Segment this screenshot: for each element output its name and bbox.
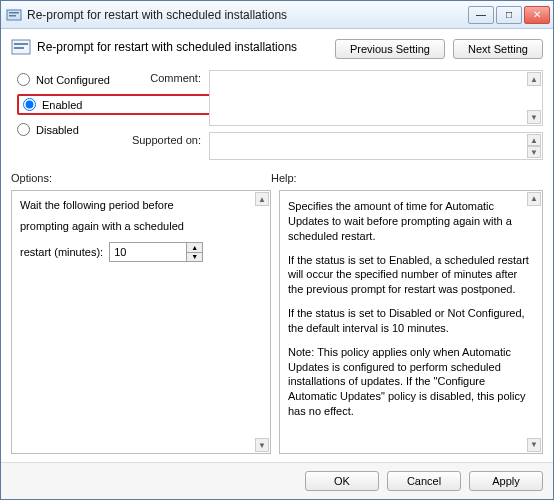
content-area: Re-prompt for restart with scheduled ins… bbox=[1, 29, 553, 462]
supported-row: Supported on: ▲ ▼ bbox=[121, 132, 543, 160]
scroll-down-icon[interactable]: ▼ bbox=[527, 438, 541, 452]
maximize-button[interactable]: □ bbox=[496, 6, 522, 24]
radio-not-configured-label: Not Configured bbox=[36, 74, 110, 86]
options-label: Options: bbox=[11, 172, 271, 184]
svg-rect-5 bbox=[14, 47, 24, 49]
scroll-down-icon[interactable]: ▼ bbox=[527, 146, 541, 158]
section-labels: Options: Help: bbox=[11, 172, 543, 184]
spin-up-button[interactable]: ▲ bbox=[187, 243, 202, 253]
scroll-up-icon[interactable]: ▲ bbox=[527, 192, 541, 206]
restart-minutes-input[interactable] bbox=[110, 243, 186, 261]
supported-label: Supported on: bbox=[121, 132, 201, 160]
help-paragraph: If the status is set to Enabled, a sched… bbox=[288, 253, 534, 298]
cancel-button[interactable]: Cancel bbox=[387, 471, 461, 491]
spin-down-button[interactable]: ▼ bbox=[187, 253, 202, 262]
radio-not-configured-input[interactable] bbox=[17, 73, 30, 86]
options-scrollbar[interactable]: ▲ ▼ bbox=[255, 192, 269, 452]
radio-disabled-input[interactable] bbox=[17, 123, 30, 136]
radio-enabled-label: Enabled bbox=[42, 99, 82, 111]
restart-minutes-row: restart (minutes): ▲ ▼ bbox=[20, 242, 262, 262]
svg-rect-4 bbox=[14, 43, 28, 45]
window-title: Re-prompt for restart with scheduled ins… bbox=[27, 8, 468, 22]
footer: OK Cancel Apply bbox=[1, 462, 553, 499]
next-setting-button[interactable]: Next Setting bbox=[453, 39, 543, 59]
supported-scrollbar[interactable]: ▲ ▼ bbox=[527, 134, 541, 158]
comment-scrollbar[interactable]: ▲ ▼ bbox=[527, 72, 541, 124]
apply-button[interactable]: Apply bbox=[469, 471, 543, 491]
header-left: Re-prompt for restart with scheduled ins… bbox=[11, 37, 297, 57]
dialog-window: Re-prompt for restart with scheduled ins… bbox=[0, 0, 554, 500]
comment-row: Comment: ▲ ▼ bbox=[121, 70, 543, 126]
panels: Wait the following period before prompti… bbox=[11, 190, 543, 454]
previous-setting-button[interactable]: Previous Setting bbox=[335, 39, 445, 59]
radio-enabled[interactable]: Enabled bbox=[23, 98, 82, 111]
options-text-line1: Wait the following period before bbox=[20, 199, 262, 211]
close-button[interactable]: ✕ bbox=[524, 6, 550, 24]
header-row: Re-prompt for restart with scheduled ins… bbox=[11, 37, 543, 59]
nav-buttons: Previous Setting Next Setting bbox=[335, 39, 543, 59]
help-paragraph: Note: This policy applies only when Auto… bbox=[288, 345, 534, 419]
minimize-button[interactable]: — bbox=[468, 6, 494, 24]
supported-textarea[interactable]: ▲ ▼ bbox=[209, 132, 543, 160]
window-buttons: — □ ✕ bbox=[468, 6, 553, 24]
options-panel: Wait the following period before prompti… bbox=[11, 190, 271, 454]
ok-button[interactable]: OK bbox=[305, 471, 379, 491]
comment-label: Comment: bbox=[121, 70, 201, 126]
help-label: Help: bbox=[271, 172, 297, 184]
svg-rect-2 bbox=[9, 15, 16, 17]
scroll-down-icon[interactable]: ▼ bbox=[255, 438, 269, 452]
scroll-down-icon[interactable]: ▼ bbox=[527, 110, 541, 124]
comment-textarea[interactable]: ▲ ▼ bbox=[209, 70, 543, 126]
scroll-up-icon[interactable]: ▲ bbox=[527, 134, 541, 146]
radio-disabled-label: Disabled bbox=[36, 124, 79, 136]
help-paragraph: Specifies the amount of time for Automat… bbox=[288, 199, 534, 244]
scroll-up-icon[interactable]: ▲ bbox=[255, 192, 269, 206]
radio-enabled-input[interactable] bbox=[23, 98, 36, 111]
options-text-line2: prompting again with a scheduled bbox=[20, 220, 262, 232]
help-scrollbar[interactable]: ▲ ▼ bbox=[527, 192, 541, 452]
dialog-title: Re-prompt for restart with scheduled ins… bbox=[37, 40, 297, 54]
restart-minutes-label: restart (minutes): bbox=[20, 246, 103, 258]
policy-icon bbox=[6, 7, 22, 23]
restart-minutes-spinbox[interactable]: ▲ ▼ bbox=[109, 242, 203, 262]
svg-rect-1 bbox=[9, 12, 19, 14]
scroll-up-icon[interactable]: ▲ bbox=[527, 72, 541, 86]
policy-header-icon bbox=[11, 37, 31, 57]
help-paragraph: If the status is set to Disabled or Not … bbox=[288, 306, 534, 336]
title-bar: Re-prompt for restart with scheduled ins… bbox=[1, 1, 553, 29]
help-panel: Specifies the amount of time for Automat… bbox=[279, 190, 543, 454]
spin-buttons: ▲ ▼ bbox=[186, 243, 202, 261]
